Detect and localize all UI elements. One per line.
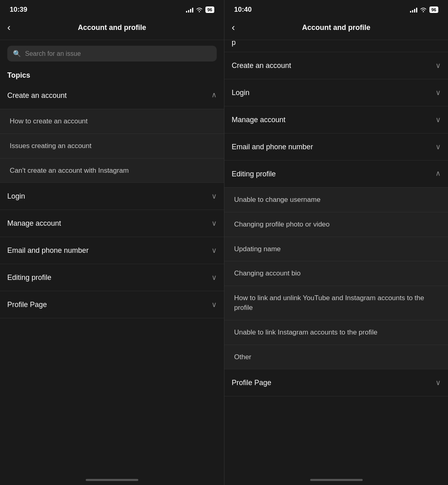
back-button-left[interactable]: ‹	[7, 21, 14, 34]
list-item[interactable]: Changing profile photo or video	[224, 212, 448, 237]
accordion-profile-page-r: Profile Page ∨	[224, 369, 448, 396]
sub-items-editing-profile-r: Unable to change username Changing profi…	[224, 187, 448, 369]
accordion-editing-profile-r: Editing profile ∨ Unable to change usern…	[224, 161, 448, 369]
sub-item-text: Unable to link Instagram accounts to the…	[234, 328, 377, 336]
sub-item-text: Changing account bio	[234, 269, 300, 277]
accordion-login-r: Login ∨	[224, 79, 448, 106]
accordion-header-email-phone[interactable]: Email and phone number ∨	[0, 237, 224, 264]
nav-bar-left: ‹ Account and profile	[0, 17, 224, 40]
search-container-left: 🔍 Search for an issue	[0, 40, 224, 67]
list-item[interactable]: Changing account bio	[224, 261, 448, 286]
status-icons-right: 96	[410, 6, 438, 13]
accordion-header-editing-profile[interactable]: Editing profile ∨	[0, 264, 224, 291]
list-item[interactable]: Unable to link Instagram accounts to the…	[224, 320, 448, 345]
accordion-list-right: p Create an account ∨ Login ∨ Manage acc…	[224, 40, 448, 474]
cutoff-text: p	[232, 40, 236, 47]
sub-item-text: Updating name	[234, 245, 281, 253]
list-item[interactable]: Updating name	[224, 237, 448, 261]
accordion-header-editing-profile-r[interactable]: Editing profile ∨	[224, 161, 448, 187]
accordion-email-phone-r: Email and phone number ∨	[224, 133, 448, 161]
home-bar-right	[310, 479, 363, 481]
topics-label-left: Topics	[0, 67, 224, 82]
cutoff-item-top: p	[224, 40, 448, 52]
accordion-title-email-phone: Email and phone number	[7, 246, 89, 255]
accordion-create-account: Create an account ∨ How to create an acc…	[0, 82, 224, 183]
sub-items-create-account: How to create an account Issues creating…	[0, 109, 224, 182]
chevron-profile-page: ∨	[211, 300, 217, 309]
wifi-icon-right	[420, 6, 427, 13]
list-item[interactable]: Can't create an account with Instagram	[0, 158, 224, 183]
nav-bar-right: ‹ Account and profile	[224, 17, 448, 40]
home-indicator-left	[0, 474, 224, 485]
right-phone-panel: 10:40 96 ‹ Account and profile p	[224, 0, 448, 485]
battery-right: 96	[429, 6, 438, 13]
accordion-header-login[interactable]: Login ∨	[0, 183, 224, 210]
accordion-title-create-account: Create an account	[7, 91, 67, 100]
status-bar-right: 10:40 96	[224, 0, 448, 17]
chevron-email-phone-r: ∨	[435, 142, 441, 151]
chevron-email-phone: ∨	[211, 246, 217, 255]
chevron-manage-account: ∨	[211, 219, 217, 228]
chevron-manage-account-r: ∨	[435, 115, 441, 124]
sub-item-text: Issues creating an account	[10, 142, 91, 150]
nav-title-right: Account and profile	[302, 23, 370, 32]
signal-icon-right	[410, 7, 417, 13]
back-button-right[interactable]: ‹	[232, 21, 238, 34]
accordion-manage-account-r: Manage account ∨	[224, 106, 448, 133]
sub-item-text: Unable to change username	[234, 196, 321, 203]
list-item[interactable]: How to create an account	[0, 109, 224, 133]
chevron-editing-profile-r: ∨	[435, 169, 441, 178]
home-bar-left	[86, 479, 138, 481]
accordion-header-create-account[interactable]: Create an account ∨	[0, 82, 224, 109]
nav-title-left: Account and profile	[78, 23, 146, 32]
home-indicator-right	[224, 474, 448, 485]
search-icon-left: 🔍	[13, 50, 21, 57]
accordion-header-create-account-r[interactable]: Create an account ∨	[224, 52, 448, 79]
wifi-icon-left	[196, 6, 203, 13]
sub-item-text: Changing profile photo or video	[234, 220, 330, 228]
accordion-header-manage-account-r[interactable]: Manage account ∨	[224, 106, 448, 133]
accordion-header-email-phone-r[interactable]: Email and phone number ∨	[224, 133, 448, 160]
accordion-header-profile-page-r[interactable]: Profile Page ∨	[224, 369, 448, 396]
list-item[interactable]: Unable to change username	[224, 187, 448, 212]
list-item[interactable]: How to link and unlink YouTube and Insta…	[224, 286, 448, 320]
accordion-title-manage-account: Manage account	[7, 219, 61, 228]
accordion-title-create-account-r: Create an account	[232, 61, 291, 70]
chevron-profile-page-r: ∨	[435, 378, 441, 387]
battery-left: 96	[205, 6, 214, 13]
status-bar-left: 10:39 96	[0, 0, 224, 17]
search-bar-left[interactable]: 🔍 Search for an issue	[7, 46, 217, 61]
chevron-login: ∨	[211, 192, 217, 201]
accordion-title-profile-page: Profile Page	[7, 301, 47, 309]
sub-item-text: Other	[234, 353, 251, 361]
status-time-left: 10:39	[10, 6, 27, 14]
accordion-title-login: Login	[7, 192, 25, 201]
accordion-title-editing-profile-r: Editing profile	[232, 170, 276, 178]
accordion-title-editing-profile: Editing profile	[7, 273, 51, 282]
accordion-header-manage-account[interactable]: Manage account ∨	[0, 210, 224, 237]
accordion-title-profile-page-r: Profile Page	[232, 379, 271, 387]
search-placeholder-left: Search for an issue	[25, 50, 81, 57]
accordion-header-profile-page[interactable]: Profile Page ∨	[0, 291, 224, 318]
accordion-list-left: Create an account ∨ How to create an acc…	[0, 82, 224, 474]
svg-point-0	[199, 11, 200, 12]
accordion-create-account-r: Create an account ∨	[224, 52, 448, 79]
accordion-login: Login ∨	[0, 183, 224, 210]
sub-item-text: How to link and unlink YouTube and Insta…	[234, 294, 424, 311]
sub-item-text: How to create an account	[10, 117, 88, 125]
accordion-header-login-r[interactable]: Login ∨	[224, 79, 448, 106]
accordion-title-email-phone-r: Email and phone number	[232, 143, 313, 151]
chevron-editing-profile: ∨	[211, 273, 217, 282]
signal-icon-left	[186, 7, 193, 13]
chevron-create-account: ∨	[211, 91, 217, 100]
svg-point-1	[423, 11, 424, 12]
list-item[interactable]: Other	[224, 345, 448, 369]
accordion-email-phone: Email and phone number ∨	[0, 237, 224, 264]
accordion-title-login-r: Login	[232, 89, 249, 97]
accordion-title-manage-account-r: Manage account	[232, 116, 285, 124]
chevron-login-r: ∨	[435, 88, 441, 97]
list-item[interactable]: Issues creating an account	[0, 133, 224, 158]
accordion-editing-profile: Editing profile ∨	[0, 264, 224, 291]
left-phone-panel: 10:39 96 ‹ Account and profile 🔍 Search	[0, 0, 224, 485]
status-time-right: 10:40	[234, 6, 251, 14]
